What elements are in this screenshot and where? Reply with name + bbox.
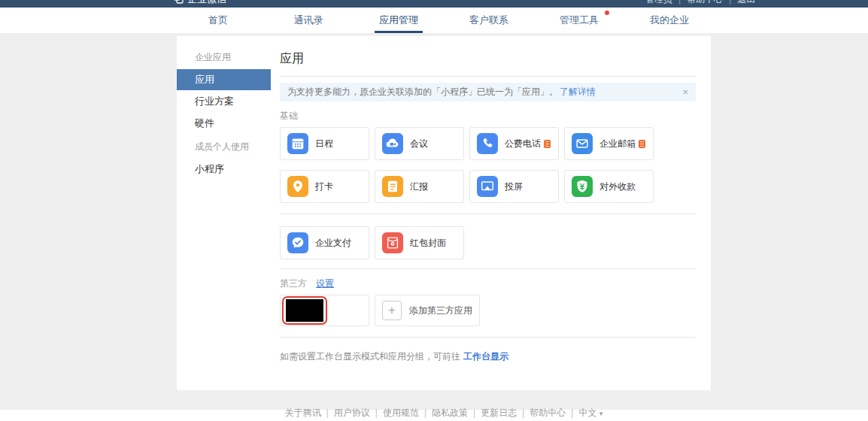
add-third-party-app-button[interactable]: + 添加第三方应用: [375, 295, 480, 326]
app-name: 公费电话: [505, 138, 541, 150]
chevron-down-icon: ▾: [599, 410, 603, 417]
third-party-app-card-redacted[interactable]: [280, 295, 369, 326]
payment-apps-row: 企业支付红包封面: [280, 226, 696, 259]
report-icon: [382, 176, 403, 197]
nav-item-home[interactable]: 首页: [173, 8, 263, 33]
nav-item-label: 应用管理: [379, 14, 418, 26]
collect-money-icon: [572, 176, 593, 197]
app-name: 打卡: [315, 180, 333, 193]
mail-icon: [572, 133, 593, 154]
close-icon[interactable]: ×: [682, 86, 688, 98]
third-party-label: 第三方: [280, 277, 307, 290]
app-name: 汇报: [410, 180, 428, 193]
redaction-annotation: [282, 296, 327, 325]
primary-nav: 首页通讯录应用管理客户联系管理工具我的企业: [0, 8, 868, 33]
app-name: 企业邮箱: [599, 138, 636, 150]
nav-item-label: 我的企业: [650, 14, 689, 26]
basic-apps-row2: 打卡汇报投屏对外收款: [280, 170, 696, 203]
page-title: 应用: [280, 51, 696, 67]
divider: [280, 337, 696, 338]
content-area: 企业应用应用行业方案硬件成员个人使用小程序 应用 为支持更多能力，原企业关联添加…: [0, 33, 868, 410]
sidebar-group-header: 成员个人使用: [177, 135, 271, 159]
app-name: 日程: [315, 138, 333, 150]
topbar-user-links: 管理员|帮助中心|退出: [645, 0, 755, 6]
workbench-display-link[interactable]: 工作台显示: [463, 351, 508, 362]
app-name: 对外收款: [599, 180, 636, 193]
divider: [280, 268, 696, 269]
sidebar-item-apps[interactable]: 应用: [177, 69, 271, 90]
nav-item-customer-contact[interactable]: 客户联系: [444, 8, 534, 33]
basic-section-label: 基础: [280, 110, 298, 123]
app-card[interactable]: 对外收款: [564, 170, 654, 203]
nav-item-my-company[interactable]: 我的企业: [624, 8, 715, 33]
nav-item-contacts[interactable]: 通讯录: [263, 8, 354, 33]
help-link[interactable]: 帮助中心: [687, 0, 723, 5]
app-card[interactable]: 红包封面: [375, 226, 464, 259]
notice-banner: 为支持更多能力，原企业关联添加的「小程序」已统一为「应用」。 了解详情 ×: [280, 83, 696, 101]
topbar: 企业微信 管理员|帮助中心|退出: [0, 0, 868, 8]
app-card[interactable]: 汇报: [375, 170, 464, 203]
screen-cast-icon: [477, 176, 498, 197]
sidebar: 企业应用应用行业方案硬件成员个人使用小程序: [177, 36, 271, 390]
notice-detail-link[interactable]: 了解详情: [560, 86, 596, 98]
meeting-icon: [382, 133, 403, 154]
footer-links: 关于腾讯|用户协议|使用规范|隐私政策|更新日志|帮助中心|中文 ▾: [177, 407, 711, 419]
app-name: 红包封面: [410, 237, 446, 250]
footer-link[interactable]: 使用规范: [383, 407, 419, 418]
sidebar-item-industry-solutions[interactable]: 行业方案: [177, 91, 271, 112]
logout-link[interactable]: 退出: [737, 0, 755, 5]
footer-link[interactable]: 帮助中心: [530, 407, 566, 418]
third-party-section-header: 第三方 设置: [280, 277, 696, 290]
language-selector[interactable]: 中文 ▾: [578, 407, 602, 418]
plus-icon: +: [382, 301, 402, 320]
third-party-settings-link[interactable]: 设置: [316, 277, 334, 290]
nav-item-label: 通讯录: [294, 14, 323, 26]
nav-item-management-tools[interactable]: 管理工具: [534, 8, 624, 33]
nav-item-app-management[interactable]: 应用管理: [354, 8, 444, 33]
workbench-note: 如需设置工作台显示模式和应用分组，可前往工作台显示: [280, 350, 696, 363]
app-name: 企业支付: [315, 237, 351, 250]
footer-link[interactable]: 更新日志: [481, 407, 517, 418]
page-footer: 关于腾讯|用户协议|使用规范|隐私政策|更新日志|帮助中心|中文 ▾ © 199…: [177, 390, 711, 421]
app-card[interactable]: 企业支付: [280, 226, 369, 259]
add-third-party-label: 添加第三方应用: [409, 304, 472, 317]
note-text: 如需设置工作台显示模式和应用分组，可前往: [280, 351, 460, 362]
content-panel: 企业应用应用行业方案硬件成员个人使用小程序 应用 为支持更多能力，原企业关联添加…: [177, 36, 711, 390]
app-card[interactable]: 公费电话: [469, 127, 559, 160]
sidebar-item-hardware[interactable]: 硬件: [177, 113, 271, 134]
sidebar-item-mini-programs[interactable]: 小程序: [177, 159, 271, 180]
basic-section-header: 基础: [280, 110, 696, 123]
wechat-work-logo[interactable]: 企业微信: [173, 0, 226, 6]
app-card[interactable]: 会议: [375, 127, 464, 160]
logo-label: 企业微信: [187, 0, 226, 6]
nav-item-label: 首页: [208, 14, 228, 26]
app-card[interactable]: 日程: [280, 127, 369, 160]
app-card[interactable]: 打卡: [280, 170, 369, 203]
nav-item-label: 管理工具: [560, 14, 599, 26]
basic-apps-row1: 日程会议公费电话企业邮箱: [280, 127, 696, 160]
nav-items: 首页通讯录应用管理客户联系管理工具我的企业: [173, 8, 715, 33]
promo-badge-icon: [639, 140, 645, 148]
main-content: 应用 为支持更多能力，原企业关联添加的「小程序」已统一为「应用」。 了解详情 ×…: [271, 36, 711, 390]
footer-link[interactable]: 隐私政策: [432, 407, 468, 418]
notification-dot-icon: [605, 11, 609, 15]
app-card[interactable]: 企业邮箱: [564, 127, 654, 160]
third-party-apps-row: + 添加第三方应用: [280, 295, 696, 326]
wepay-icon: [287, 232, 308, 253]
account-link[interactable]: 管理员: [645, 0, 672, 5]
divider: [280, 214, 696, 214]
calendar-icon: [287, 133, 308, 154]
promo-badge-icon: [544, 140, 551, 148]
red-packet-icon: [382, 232, 403, 253]
footer-link[interactable]: 用户协议: [334, 407, 370, 418]
divider: [280, 76, 696, 77]
logo-icon: [173, 0, 184, 6]
footer-link[interactable]: 关于腾讯: [285, 407, 321, 418]
location-pin-icon: [287, 176, 308, 197]
redacted-app-name: [286, 299, 323, 322]
app-card[interactable]: 投屏: [469, 170, 559, 203]
phone-icon: [477, 133, 498, 154]
app-name: 会议: [410, 138, 428, 150]
app-name: 投屏: [505, 180, 523, 193]
notice-text: 为支持更多能力，原企业关联添加的「小程序」已统一为「应用」。: [287, 86, 558, 98]
